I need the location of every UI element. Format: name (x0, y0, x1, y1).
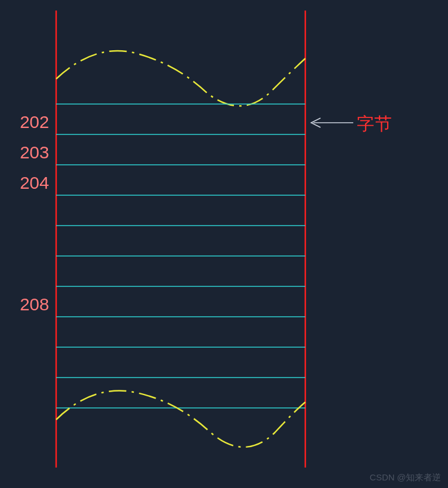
address-label-204: 204 (8, 173, 49, 193)
bottom-break-wave (56, 391, 305, 447)
address-label-208: 208 (8, 295, 49, 314)
memory-diagram (0, 0, 448, 488)
byte-annotation: 字节 (357, 112, 392, 136)
top-break-wave (56, 51, 305, 106)
address-label-203: 203 (8, 143, 49, 162)
annotation-arrow (311, 118, 353, 127)
address-label-202: 202 (8, 112, 49, 132)
watermark: CSDN @知来者逆 (370, 472, 441, 483)
row-dividers (56, 104, 305, 408)
